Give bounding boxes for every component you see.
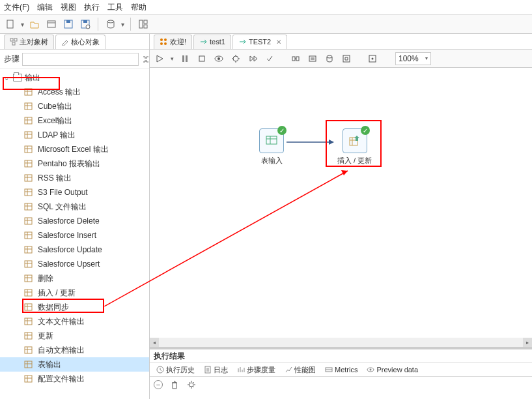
hop-arrow[interactable] [287,138,335,146]
tab-test1[interactable]: test1 [193,35,231,49]
tree-item[interactable]: 自动文档输出 [0,343,149,357]
step-icon [23,316,34,327]
run-dropdown-icon[interactable]: ▾ [171,55,174,62]
tree-item[interactable]: 数据同步 [0,300,149,314]
tree-item[interactable]: Salesforce Update [0,243,149,257]
settings-button[interactable] [186,379,197,390]
step-tree[interactable]: ⌄ 输出 Access 输出Cube输出Excel输出LDAP 输出Micros… [0,69,149,399]
tree-item-label: Microsoft Excel 输出 [38,144,109,155]
svg-rect-26 [25,203,32,210]
tree-item[interactable]: Salesforce Insert [0,228,149,243]
tree-item[interactable]: 更新 [0,329,149,343]
step-metrics-icon [237,366,245,374]
step-icon [23,374,34,384]
tree-item-label: 数据同步 [38,302,69,313]
tree-item[interactable]: Salesforce Delete [0,214,149,228]
explore-button[interactable] [45,18,58,31]
tree-item-label: LDAP 输出 [38,130,76,141]
tree-folder-output[interactable]: ⌄ 输出 [0,70,149,85]
results-tab-preview[interactable]: Preview data [363,363,422,376]
tree-item[interactable]: S3 File Output [0,185,149,200]
tree-item-label: S3 File Output [38,188,88,197]
menu-run[interactable]: 执行 [84,2,100,13]
tree-item-label: Access 输出 [38,87,81,98]
tree-item[interactable]: Cube输出 [0,99,149,113]
svg-rect-21 [25,132,32,138]
db-dropdown-icon[interactable]: ▾ [121,21,124,28]
debug-button[interactable] [230,53,242,65]
history-icon [156,366,164,374]
tree-item[interactable]: Access 输出 [0,85,149,99]
filter-input[interactable] [22,53,139,66]
tree-item-label: 删除 [38,273,53,284]
expand-all-button[interactable] [141,53,150,65]
open-button[interactable] [28,18,41,31]
tab-welcome[interactable]: 欢迎! [154,35,192,49]
preview-button[interactable] [213,53,225,65]
tab-welcome-label: 欢迎! [170,37,186,47]
new-dropdown-icon[interactable]: ▾ [21,21,24,28]
tree-item[interactable]: 文本文件输出 [0,314,149,329]
show-results-button[interactable] [367,53,378,65]
tree-item[interactable]: LDAP 输出 [0,128,149,142]
verify-button[interactable] [264,53,275,65]
new-file-button[interactable] [4,18,17,31]
tree-item[interactable]: Pentaho 报表输出 [0,156,149,171]
svg-point-55 [372,57,374,59]
tree-item[interactable]: 插入 / 更新 [0,286,149,300]
tree-folder-label: 输出 [25,72,40,83]
tab-test2[interactable]: TEST2 ✕ [232,35,287,49]
stop-button[interactable] [196,53,208,65]
svg-rect-36 [25,347,32,353]
svg-rect-20 [25,117,32,124]
tab-core-objects-label: 核心对象 [71,37,100,47]
menu-view[interactable]: 视图 [61,2,76,13]
clear-button[interactable]: – [154,380,163,389]
perspective-button[interactable] [137,18,150,31]
tree-item[interactable]: 表输出 [0,357,149,372]
node-table-input[interactable]: ✓ 表输入 [259,128,284,166]
tree-item[interactable]: Salesforce Upsert [0,257,149,271]
canvas[interactable]: ✓ 表输入 ✓ 插入 / 更新 ◂ ▸ [150,68,532,347]
impact-button[interactable] [290,53,301,65]
results-tools: – [150,377,532,392]
tree-item-label: 自动文档输出 [38,345,85,356]
tree-item[interactable]: Excel输出 [0,113,149,128]
tree-item[interactable]: RSS 输出 [0,171,149,185]
replay-button[interactable] [247,53,259,65]
save-button[interactable] [62,18,75,31]
tree-item[interactable]: 配置文件输出 [0,372,149,386]
pause-button[interactable] [179,53,191,65]
results-tab-perf[interactable]: 性能图 [281,363,320,376]
run-button[interactable] [154,53,165,65]
scroll-left-icon[interactable]: ◂ [150,338,159,347]
results-tab-step-metrics[interactable]: 步骤度量 [233,363,279,376]
tree-item[interactable]: Microsoft Excel 输出 [0,142,149,156]
sql-button[interactable] [307,53,318,65]
tab-core-objects[interactable]: 核心对象 [55,35,105,49]
analyse-button[interactable] [341,53,352,65]
editor-tab-row: 欢迎! test1 TEST2 ✕ [150,34,532,50]
menu-tools[interactable]: 工具 [107,2,123,13]
zoom-select[interactable]: 100% ▾ [395,52,431,65]
node-insert-update[interactable]: ✓ 插入 / 更新 [337,128,372,166]
close-icon[interactable]: ✕ [276,38,281,46]
delete-button[interactable] [169,379,180,390]
results-tab-metrics[interactable]: Metrics [321,363,361,376]
check-badge-icon: ✓ [277,126,287,135]
canvas-hscrollbar[interactable]: ◂ ▸ [150,338,532,347]
menu-file[interactable]: 文件(F) [4,2,29,13]
results-tab-history[interactable]: 执行历史 [152,363,199,376]
svg-rect-53 [343,55,350,62]
save-as-button[interactable] [79,18,92,31]
results-tab-log[interactable]: 日志 [200,363,232,376]
explore-db-button[interactable] [324,53,335,65]
tree-item[interactable]: SQL 文件输出 [0,200,149,214]
menu-edit[interactable]: 编辑 [37,2,53,13]
scroll-right-icon[interactable]: ▸ [523,338,532,347]
menu-help[interactable]: 帮助 [131,2,147,13]
tree-item-label: RSS 输出 [38,173,72,184]
tab-main-tree[interactable]: 主对象树 [4,35,54,49]
tree-item[interactable]: 删除 [0,271,149,286]
db-connections-button[interactable] [104,18,117,31]
